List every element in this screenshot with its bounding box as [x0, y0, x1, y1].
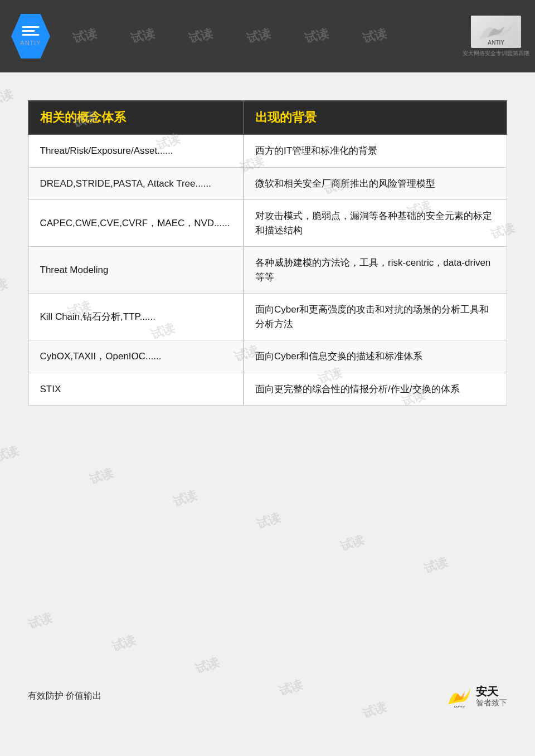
table-cell-col1: Threat/Risk/Exposure/Asset...... — [28, 134, 244, 167]
header-wm-5: 试读 — [303, 25, 330, 47]
antiy-header-svg: ANTIY — [474, 18, 518, 46]
antiy-logo-image: ANTIY — [471, 16, 521, 48]
antiy-logo-subtext: 安天网络安全专训营第四期 — [463, 50, 529, 57]
table-cell-col2: 面向Cyber和信息交换的描述和标准体系 — [244, 340, 507, 373]
footer-logo-svg: ANTIY — [445, 685, 473, 708]
table-cell-col2: 对攻击模式，脆弱点，漏洞等各种基础的安全元素的标定和描述结构 — [244, 200, 507, 247]
header-wm-4: 试读 — [245, 25, 273, 47]
table-header-row: 相关的概念体系 出现的背景 — [28, 101, 507, 134]
header: ANTIY 试读 试读 试读 试读 试读 试读 ANTIY 安天网络安全专训营第… — [0, 0, 535, 72]
table-cell-col1: DREAD,STRIDE,PASTA, Attack Tree...... — [28, 167, 244, 200]
table-cell-col1: STIX — [28, 373, 244, 406]
table-cell-col2: 面向更完整的综合性的情报分析/作业/交换的体系 — [244, 373, 507, 406]
header-wm-1: 试读 — [71, 25, 99, 47]
svg-text:ANTIY: ANTIY — [488, 40, 504, 46]
antiy-right-logo-box: ANTIY 安天网络安全专训营第四期 — [468, 16, 524, 57]
table-row: Threat/Risk/Exposure/Asset...... 西方的IT管理… — [28, 134, 507, 167]
table-cell-col2: 西方的IT管理和标准化的背景 — [244, 134, 507, 167]
logo-brand-text: ANTIY — [20, 40, 41, 46]
concept-table: 相关的概念体系 出现的背景 Threat/Risk/Exposure/Asset… — [28, 100, 507, 406]
logo-area: ANTIY — [11, 14, 50, 58]
table-row: Threat Modeling 各种威胁建模的方法论，工具，risk-centr… — [28, 247, 507, 294]
table-cell-col2: 面向Cyber和更高强度的攻击和对抗的场景的分析工具和分析方法 — [244, 294, 507, 340]
footer-brand-name: 安天 — [476, 685, 507, 698]
logo-line-1 — [22, 26, 40, 28]
footer-logo-text: 安天 智者致下 — [476, 685, 507, 708]
table-cell-col1: Threat Modeling — [28, 247, 244, 294]
table-cell-col1: CAPEC,CWE,CVE,CVRF，MAEC，NVD...... — [28, 200, 244, 247]
table-cell-col1: CybOX,TAXII，OpenIOC...... — [28, 340, 244, 373]
svg-text:ANTIY: ANTIY — [454, 705, 465, 708]
table-row: CAPEC,CWE,CVE,CVRF，MAEC，NVD...... 对攻击模式，… — [28, 200, 507, 247]
header-watermarks: 试读 试读 试读 试读 试读 试读 — [50, 28, 468, 45]
header-wm-6: 试读 — [361, 25, 388, 47]
table-row: Kill Chain,钻石分析,TTP...... 面向Cyber和更高强度的攻… — [28, 294, 507, 340]
table-cell-col1: Kill Chain,钻石分析,TTP...... — [28, 294, 244, 340]
antiy-logo-shape: ANTIY — [11, 14, 50, 58]
header-right-logo: ANTIY 安天网络安全专训营第四期 — [468, 16, 524, 57]
main-content: 相关的概念体系 出现的背景 Threat/Risk/Exposure/Asset… — [0, 72, 535, 724]
col2-header: 出现的背景 — [244, 101, 507, 134]
logo-line-2 — [22, 30, 35, 32]
footer: 有效防护 价值输出 ANTIY 安天 智者致下 — [0, 685, 535, 708]
table-row: CybOX,TAXII，OpenIOC...... 面向Cyber和信息交换的描… — [28, 340, 507, 373]
logo-line-3 — [22, 34, 40, 36]
footer-logo-icon: ANTIY — [445, 685, 473, 708]
table-cell-col2: 各种威胁建模的方法论，工具，risk-centric，data-driven等等 — [244, 247, 507, 294]
logo-lines — [22, 26, 39, 36]
header-wm-3: 试读 — [187, 25, 215, 47]
footer-logo: ANTIY 安天 智者致下 — [445, 685, 507, 708]
logo-inner: ANTIY — [18, 21, 43, 52]
col1-header: 相关的概念体系 — [28, 101, 244, 134]
footer-tagline: 有效防护 价值输出 — [28, 690, 101, 702]
table-cell-col2: 微软和相关安全厂商所推出的风险管理模型 — [244, 167, 507, 200]
header-wm-2: 试读 — [129, 25, 157, 47]
table-row: DREAD,STRIDE,PASTA, Attack Tree...... 微软… — [28, 167, 507, 200]
footer-brand-slogan: 智者致下 — [476, 698, 507, 708]
table-row: STIX 面向更完整的综合性的情报分析/作业/交换的体系 — [28, 373, 507, 406]
